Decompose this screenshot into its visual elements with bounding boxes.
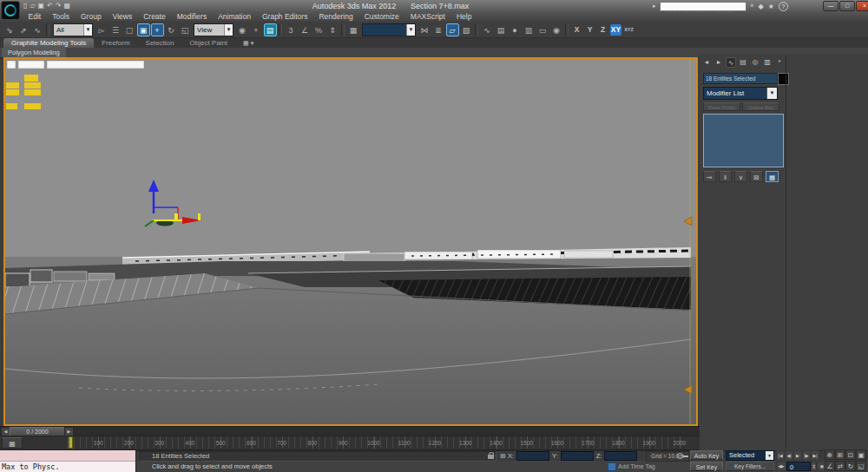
new-scene-icon[interactable]: ▯	[23, 1, 27, 11]
percent-snap-icon[interactable]: %	[312, 23, 326, 36]
auto-key-button[interactable]: Auto Key	[690, 450, 723, 460]
axis-y-button[interactable]: Y	[584, 24, 595, 36]
axis-x-button[interactable]: X	[571, 24, 582, 36]
minimize-button[interactable]: —	[823, 1, 838, 11]
ribbon-tab-graphite-modeling-tools[interactable]: Graphite Modeling Tools	[3, 38, 94, 48]
axis-z-button[interactable]: Z	[597, 24, 608, 36]
favorites-icon[interactable]: ★	[768, 3, 774, 10]
menu-item-edit[interactable]: Edit	[23, 12, 47, 22]
coord-field-z[interactable]	[604, 451, 637, 461]
make-unique-icon[interactable]: ∨	[734, 171, 747, 182]
tab-modify[interactable]: ∿	[726, 57, 736, 68]
set-key-button[interactable]: Set Key	[690, 462, 723, 471]
current-frame-marker[interactable]	[69, 436, 73, 449]
open-file-icon[interactable]: ▱	[30, 1, 35, 11]
perspective-viewport[interactable]	[3, 57, 698, 426]
configure-modifier-sets-icon[interactable]: ▦	[766, 171, 779, 182]
tab-hierarchy[interactable]: ▤	[738, 57, 748, 68]
pan-button[interactable]: ⇄	[835, 461, 845, 471]
select-and-manipulate-icon[interactable]: +	[250, 23, 263, 36]
spinner-snap-icon[interactable]: ⇕	[326, 23, 339, 36]
close-button[interactable]: ×	[856, 1, 868, 11]
maximize-button[interactable]: □	[839, 1, 855, 11]
tab-utilities[interactable]: *	[774, 57, 785, 68]
schematic-view-icon[interactable]: ▤	[495, 23, 508, 36]
zoom-extents-button[interactable]: ⊡	[845, 449, 856, 460]
window-crossing-icon[interactable]: ▣	[137, 23, 150, 36]
tab-motion[interactable]: ◎	[750, 57, 760, 68]
named-selection-dropdown[interactable]: ▼	[362, 23, 416, 36]
unlink-selection-icon[interactable]: ⇗	[17, 23, 30, 36]
keyboard-override-icon[interactable]: ▤	[264, 23, 277, 36]
axis-xy-button[interactable]: XY	[610, 24, 621, 36]
project-folder-icon[interactable]: ▦	[64, 1, 71, 11]
save-file-icon[interactable]: ▣	[38, 1, 45, 11]
rectangular-selection-region-icon[interactable]: ▢	[123, 23, 136, 36]
layer-manager-icon[interactable]: ▱	[446, 23, 459, 36]
menu-item-modifiers[interactable]: Modifiers	[171, 12, 212, 22]
time-slider-track[interactable]	[0, 426, 700, 436]
show-end-result-icon[interactable]: ‖	[719, 171, 732, 182]
ribbon-tab-freeform[interactable]: Freeform	[94, 38, 137, 48]
pin-stack-icon[interactable]: ⊸	[703, 171, 716, 182]
zoom-button[interactable]: ⊕	[825, 449, 835, 460]
3ds-max-logo[interactable]	[1, 1, 20, 20]
modifier-button-1[interactable]: Update Map	[742, 102, 779, 111]
tab-display[interactable]: ▥	[762, 57, 773, 68]
select-by-name-icon[interactable]: ☰	[109, 23, 122, 36]
menu-item-rendering[interactable]: Rendering	[313, 12, 358, 22]
modifier-list-dropdown[interactable]: Modifier List ▼	[703, 87, 778, 100]
communication-center-icon[interactable]: ◆	[759, 3, 764, 10]
key-mode-toggle-button[interactable]: ◀▶	[776, 462, 786, 471]
maximize-viewport-button[interactable]: ◱	[856, 461, 866, 471]
track-bar-ruler[interactable]: 1002003004005006007008009001000110012001…	[68, 436, 681, 449]
maxscript-mini-listener[interactable]: Max to Physc.	[0, 450, 136, 472]
reference-coordinate-dropdown[interactable]: View▼	[194, 23, 233, 36]
selection-set-dropdown[interactable]: Selected ▼	[726, 450, 774, 461]
menu-item-views[interactable]: Views	[107, 12, 138, 22]
graphite-ribbon-toggle-icon[interactable]: ▧	[460, 23, 473, 36]
menu-item-maxscript[interactable]: MAXScript	[404, 12, 450, 22]
modifier-button-0[interactable]: Reset Profile	[703, 102, 740, 111]
listener-macro-row[interactable]	[0, 450, 135, 462]
select-object-icon[interactable]: ▻	[95, 23, 108, 36]
select-and-link-icon[interactable]: ⇘	[3, 23, 16, 36]
menu-item-tools[interactable]: Tools	[47, 12, 76, 22]
go-to-end-button[interactable]: ▶|	[811, 450, 819, 461]
selection-name-field[interactable]: 18 Entities Selected	[703, 73, 778, 84]
mirror-icon[interactable]: ⋈	[418, 23, 431, 36]
curve-editor-icon[interactable]: ∿	[481, 23, 494, 36]
undo-icon[interactable]: ↶	[47, 1, 53, 11]
next-frame-button[interactable]: |▶	[802, 450, 811, 461]
angle-snap-icon[interactable]: ∠	[299, 23, 312, 36]
coord-field-x[interactable]	[516, 451, 549, 461]
select-and-rotate-icon[interactable]: ↻	[165, 23, 178, 36]
zoom-all-button[interactable]: ⊞	[835, 449, 845, 460]
edit-named-selections-icon[interactable]: ▦	[347, 23, 360, 36]
mini-curve-editor-button[interactable]: ▦	[2, 437, 23, 449]
rendered-frame-icon[interactable]: ▭	[536, 23, 549, 36]
modifier-stack[interactable]	[703, 114, 784, 167]
selection-lock-icon[interactable]	[487, 452, 495, 459]
help-icon[interactable]: ?	[779, 2, 788, 11]
play-button[interactable]: ▶	[793, 450, 802, 461]
material-editor-icon[interactable]: ●	[509, 23, 522, 36]
bind-to-space-warp-icon[interactable]: ∿	[31, 23, 44, 36]
ribbon-tab-object-paint[interactable]: Object Paint	[182, 38, 236, 48]
select-and-move-icon[interactable]: +	[151, 23, 164, 36]
frame-spinner[interactable]: ⇕	[811, 462, 817, 471]
fov-button[interactable]: ∠	[825, 461, 835, 471]
object-color-swatch[interactable]	[778, 73, 789, 85]
previous-frame-button[interactable]: ◀|	[785, 450, 793, 461]
orbit-button[interactable]: ↻	[845, 461, 856, 471]
search-icon[interactable]: ⌖	[750, 2, 754, 10]
select-and-scale-icon[interactable]: ◱	[179, 23, 192, 36]
tab-create[interactable]: ▸	[713, 57, 724, 68]
menu-item-help[interactable]: Help	[450, 12, 477, 22]
coord-field-y[interactable]	[561, 451, 594, 461]
menu-item-graph-editors[interactable]: Graph Editors	[256, 12, 312, 22]
add-time-tag-button[interactable]: Add Time Tag	[618, 463, 655, 469]
listener-script-row[interactable]: Max to Physc.	[0, 462, 135, 472]
axis-xyz-button[interactable]: XYZ	[623, 24, 635, 36]
menu-item-group[interactable]: Group	[76, 12, 108, 22]
